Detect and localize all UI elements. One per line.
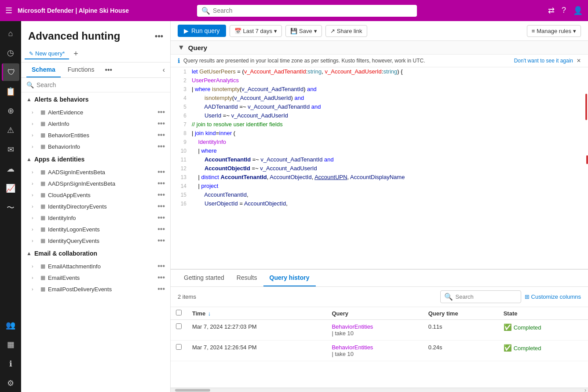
list-item[interactable]: › ▦ EmailPostDeliveryEvents ••• [21, 283, 170, 295]
nav-info[interactable]: ℹ [2, 355, 19, 373]
hamburger-icon[interactable]: ☰ [5, 6, 12, 15]
run-query-button[interactable]: ▶ Run query [178, 25, 226, 37]
list-item[interactable]: › ▦ AADSpnSignInEventsBeta ••• [21, 178, 170, 189]
last7days-button[interactable]: 📅 Last 7 days ▾ [230, 25, 282, 37]
item-more-icon[interactable]: ••• [157, 202, 165, 210]
list-item[interactable]: › ▦ BehaviorEntities ••• [21, 129, 170, 141]
nav-cloud[interactable]: ☁ [2, 160, 19, 178]
row-checkbox[interactable] [176, 344, 182, 350]
table-row[interactable]: Mar 7, 2024 12:26:54 PM BehaviorEntities… [171, 341, 588, 361]
play-icon: ▶ [184, 27, 189, 34]
nav-shield[interactable]: 🛡 [2, 63, 19, 81]
section-alerts-header[interactable]: ▲ Alerts & behaviors [21, 92, 170, 106]
item-more-icon[interactable]: ••• [157, 131, 165, 139]
code-line-7: 7 // join to resolve user identifier fie… [171, 120, 588, 129]
banner-close-icon[interactable]: ✕ [577, 58, 581, 64]
new-query-tab[interactable]: ✎ New query* [25, 48, 69, 59]
more-options-icon[interactable]: ••• [155, 32, 163, 41]
table-icon: ▦ [40, 286, 45, 292]
item-more-icon[interactable]: ••• [157, 120, 165, 128]
schema-search-input[interactable] [37, 81, 165, 88]
horizontal-scrollbar[interactable]: › [171, 388, 588, 392]
tab-more-icon[interactable]: ••• [101, 64, 116, 76]
nav-settings[interactable]: ⚙ [2, 374, 19, 392]
scroll-indicator [585, 94, 587, 120]
nav-secure-score[interactable]: ⊕ [2, 102, 19, 120]
collapse-panel-button[interactable]: ‹ [163, 66, 165, 74]
history-search-input[interactable] [456, 293, 517, 300]
item-more-icon[interactable]: ••• [157, 262, 165, 270]
select-all-header[interactable] [171, 307, 187, 320]
item-more-icon[interactable]: ••• [157, 274, 165, 282]
nav-reports[interactable]: 📋 [2, 83, 19, 100]
global-search-input[interactable] [213, 7, 413, 14]
item-more-icon[interactable]: ••• [157, 191, 165, 199]
tab-query-history[interactable]: Query history [263, 270, 316, 286]
help-icon[interactable]: ? [562, 6, 566, 15]
list-item[interactable]: › ▦ IdentityInfo ••• [21, 212, 170, 223]
item-more-icon[interactable]: ••• [157, 143, 165, 150]
code-editor[interactable]: 1 let GetUserPeers = (v_Account_AadTenan… [171, 67, 588, 269]
list-item[interactable]: › ▦ AlertInfo ••• [21, 118, 170, 129]
list-item[interactable]: › ▦ EmailAttachmentInfo ••• [21, 260, 170, 272]
query-time-column-header[interactable]: Query time [423, 307, 498, 320]
item-more-icon[interactable]: ••• [157, 180, 165, 187]
add-query-button[interactable]: + [71, 48, 81, 60]
item-more-icon[interactable]: ••• [157, 285, 165, 293]
nav-graph[interactable]: 〜 [2, 199, 19, 216]
share-button[interactable]: ↗ Share link [325, 25, 367, 37]
tab-getting-started[interactable]: Getting started [178, 270, 230, 286]
row-checkbox-cell[interactable] [171, 341, 187, 361]
profile-icon[interactable]: 👤 [573, 6, 583, 15]
save-button[interactable]: 💾 Save ▾ [285, 25, 322, 37]
section-apps-items: › ▦ AADSignInEventsBeta ••• › ▦ AADSpnSi… [21, 166, 170, 246]
item-label: IdentityLogonEvents [48, 226, 100, 233]
row-query: BehaviorEntities | take 10 [326, 341, 423, 361]
scroll-right-button[interactable]: › [583, 387, 588, 392]
nav-people[interactable]: 👥 [2, 316, 19, 334]
list-item[interactable]: › ▦ AADSignInEventsBeta ••• [21, 166, 170, 178]
tab-schema[interactable]: Schema [26, 62, 61, 77]
customize-label: Customize columns [531, 293, 581, 300]
item-more-icon[interactable]: ••• [157, 237, 165, 245]
manage-rules-button[interactable]: ≡ Manage rules ▾ [527, 25, 581, 37]
item-more-icon[interactable]: ••• [157, 108, 165, 116]
table-icon: ▦ [40, 226, 45, 232]
global-search-box[interactable]: 🔍 [197, 5, 417, 17]
dismiss-link[interactable]: Don't want to see it again [514, 58, 573, 64]
select-all-checkbox[interactable] [176, 310, 182, 315]
list-item[interactable]: › ▦ IdentityDirectoryEvents ••• [21, 201, 170, 212]
item-more-icon[interactable]: ••• [157, 225, 165, 233]
nav-threat[interactable]: ⚠ [2, 121, 19, 139]
time-column-header[interactable]: Time ↓ [187, 307, 326, 320]
item-more-icon[interactable]: ••• [157, 168, 165, 176]
table-icon: ▦ [40, 180, 45, 187]
section-email-header[interactable]: ▲ Email & collaboration [21, 246, 170, 260]
nav-analytics[interactable]: 📈 [2, 180, 19, 197]
share-icon[interactable]: ⇄ [548, 6, 555, 15]
list-item[interactable]: › ▦ AlertEvidence ••• [21, 106, 170, 118]
list-item[interactable]: › ▦ BehaviorInfo ••• [21, 141, 170, 152]
row-checkbox-cell[interactable] [171, 320, 187, 341]
tab-results[interactable]: Results [230, 270, 263, 286]
list-item[interactable]: › ▦ IdentityLogonEvents ••• [21, 223, 170, 235]
query-collapse-icon[interactable]: ▼ [178, 44, 185, 51]
tab-functions[interactable]: Functions [62, 62, 100, 77]
list-item[interactable]: › ▦ CloudAppEvents ••• [21, 189, 170, 201]
nav-incidents[interactable]: ◷ [2, 44, 19, 62]
scrollbar-thumb[interactable] [175, 389, 210, 392]
row-checkbox[interactable] [176, 323, 182, 329]
list-item[interactable]: › ▦ EmailEvents ••• [21, 272, 170, 283]
table-row[interactable]: Mar 7, 2024 12:27:03 PM BehaviorEntities… [171, 320, 588, 341]
nav-home[interactable]: ⌂ [2, 25, 19, 42]
customize-columns-button[interactable]: ⊞ Customize columns [525, 293, 581, 300]
nav-apps[interactable]: ▦ [2, 336, 19, 353]
list-item[interactable]: › ▦ IdentityQueryEvents ••• [21, 235, 170, 246]
section-apps-header[interactable]: ▲ Apps & identities [21, 152, 170, 166]
query-column-header[interactable]: Query [326, 307, 423, 320]
history-search-box[interactable]: 🔍 [440, 290, 521, 303]
schema-search-box[interactable]: 🔍 [21, 78, 170, 92]
state-column-header[interactable]: State [498, 307, 588, 320]
nav-mail[interactable]: ✉ [2, 141, 19, 158]
item-more-icon[interactable]: ••• [157, 214, 165, 222]
